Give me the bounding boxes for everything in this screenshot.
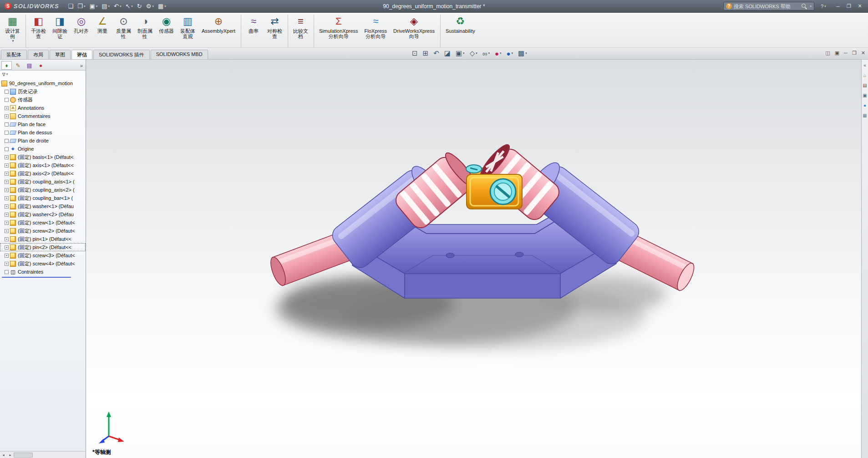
minimize-button[interactable]: ─ (832, 2, 843, 11)
doc-minimize-icon[interactable]: ─ (844, 50, 848, 56)
expander-icon[interactable]: + (5, 196, 9, 200)
resources-icon[interactable]: ⌂ (863, 73, 866, 78)
panel-tabs-overflow-chevron[interactable]: » (80, 63, 84, 68)
file-explorer-icon[interactable]: ▣ (863, 93, 867, 98)
commandmanager-tab[interactable]: 草图 (50, 50, 71, 59)
ribbon-button[interactable]: ◧ 干涉检 查 ▾ (28, 15, 49, 47)
tree-item[interactable]: + Commentaires (0, 112, 86, 120)
ribbon-button[interactable]: ▦ 设计算 例 ▾ (2, 15, 26, 47)
expander-icon[interactable]: + (5, 229, 9, 233)
dropdown-arrow-icon[interactable]: ▾ (476, 51, 477, 55)
expander-icon[interactable]: + (5, 155, 9, 159)
help-search-box[interactable]: ? ▾ (723, 2, 814, 10)
quick-access-button[interactable]: ↻ ▾ (135, 2, 144, 11)
dropdown-arrow-icon[interactable]: ▾ (512, 51, 513, 55)
dropdown-arrow-icon[interactable]: ▾ (488, 51, 490, 55)
tree-item[interactable]: + (固定) basis<1> (Défaut< (0, 153, 86, 161)
tree-item[interactable]: + (固定) screw<3> (Défaut< (0, 251, 86, 260)
expander-icon[interactable]: + (5, 188, 9, 192)
expander-icon[interactable] (5, 139, 9, 143)
ribbon-button[interactable]: ≡ 比较文 档 ▾ (290, 15, 314, 47)
quick-access-button[interactable]: ▦ ▾ (156, 2, 168, 11)
ribbon-button[interactable]: ◨ 间隙验 证 ▾ (49, 15, 71, 47)
expander-icon[interactable]: + (5, 180, 9, 184)
dropdown-arrow-icon[interactable]: ▾ (164, 5, 166, 8)
graphics-viewport[interactable]: *等轴测 (86, 60, 861, 458)
expander-icon[interactable] (5, 122, 9, 127)
filter-funnel-icon[interactable]: ∇ (2, 72, 5, 77)
tree-item[interactable]: Plan de face (0, 120, 86, 128)
ribbon-button[interactable]: ≈ FloXpress 分析向导 ▾ (361, 15, 391, 47)
quick-access-button[interactable]: ❏ ▾ (66, 2, 76, 11)
custom-properties-icon[interactable]: ▦ (863, 113, 867, 118)
expander-icon[interactable]: + (5, 213, 9, 217)
scrollbar-thumb[interactable] (14, 453, 33, 458)
panel-horizontal-scrollbar[interactable]: ◂ ▸ (0, 451, 86, 458)
heads-up-button[interactable]: ● ▾ (506, 50, 513, 57)
expander-icon[interactable]: + (5, 163, 9, 168)
ribbon-button[interactable]: ◑ 剖面属 性 ▾ (134, 15, 156, 47)
tree-item[interactable]: ◫ Contraintes (0, 268, 86, 276)
dropdown-arrow-icon[interactable]: ▾ (84, 5, 86, 8)
tree-item[interactable]: + (固定) pin<1> (Défaut<< (0, 235, 86, 243)
filter-dropdown-icon[interactable]: ▾ (6, 72, 8, 76)
quick-access-button[interactable]: ↖ ▾ (123, 2, 134, 11)
heads-up-button[interactable]: ◪ ▾ (444, 49, 451, 57)
tree-item[interactable]: + (固定) axis<1> (Défaut<< (0, 161, 86, 169)
ribbon-button[interactable]: ◎ 孔对齐 ▾ (71, 15, 92, 47)
quick-access-button[interactable]: ⚙ ▾ (144, 2, 156, 11)
dropdown-arrow-icon[interactable]: ▾ (120, 5, 122, 8)
dropdown-arrow-icon[interactable]: ▾ (96, 5, 98, 8)
ribbon-button[interactable]: ∠ 测量 ▾ (92, 15, 113, 47)
panel-tab[interactable]: ● (36, 61, 46, 70)
expander-icon[interactable] (5, 270, 9, 274)
tree-item[interactable]: + (固定) washer<2> (Défau (0, 210, 86, 219)
heads-up-button[interactable]: ↶ ▾ (433, 49, 439, 57)
expander-icon[interactable]: + (5, 245, 9, 249)
dropdown-arrow-icon[interactable]: ▾ (108, 5, 110, 8)
expander-icon[interactable]: + (5, 221, 9, 225)
rollback-bar[interactable] (2, 277, 71, 278)
tree-item[interactable]: + (固定) screw<2> (Défaut< (0, 227, 86, 235)
heads-up-button[interactable]: ⊡ ▾ (412, 49, 418, 57)
dropdown-arrow-icon[interactable]: ▾ (463, 51, 465, 55)
search-input[interactable] (734, 4, 800, 9)
dropdown-arrow-icon[interactable]: ▾ (152, 5, 154, 8)
expander-icon[interactable] (5, 131, 9, 135)
expander-icon[interactable]: + (5, 106, 9, 110)
heads-up-button[interactable]: ▣ ▾ (456, 49, 465, 57)
tree-item[interactable]: + (固定) pin<2> (Défaut<< (0, 243, 86, 251)
commandmanager-tab[interactable]: 装配体 (1, 50, 27, 59)
quick-access-button[interactable]: ↶ ▾ (112, 2, 123, 11)
ribbon-button[interactable]: ⊙ 质量属 性 ▾ (113, 15, 134, 47)
maximize-button[interactable]: ❐ (843, 2, 854, 11)
heads-up-button[interactable]: ⊞ ▾ (423, 49, 429, 57)
close-button[interactable]: ✕ (854, 2, 865, 11)
quick-access-button[interactable]: ▤ ▾ (100, 2, 112, 11)
search-dropdown-icon[interactable]: ▾ (810, 5, 812, 8)
scroll-left-arrow[interactable]: ◂ (0, 452, 7, 458)
dropdown-arrow-icon[interactable]: ▾ (12, 39, 14, 43)
doc-restore-icon[interactable]: ❐ (852, 50, 857, 56)
heads-up-button[interactable]: ▩ ▾ (518, 49, 527, 57)
ribbon-button[interactable]: ◉ 传感器 ▾ (156, 15, 177, 47)
heads-up-button[interactable]: ∞ ▾ (482, 50, 490, 57)
tree-item[interactable]: + (固定) washer<1> (Défau (0, 202, 86, 210)
viewport-split-icon[interactable]: ◫ (825, 50, 830, 56)
heads-up-button[interactable]: ◇ ▾ (470, 49, 477, 57)
tree-item[interactable]: Plan de dessus (0, 128, 86, 137)
expander-icon[interactable] (5, 147, 9, 151)
expander-icon[interactable]: + (5, 204, 9, 209)
panel-tab[interactable]: ✎ (13, 61, 23, 70)
tree-item[interactable]: + (固定) screw<4> (Défaut< (0, 260, 86, 268)
tree-item[interactable]: 传感器 (0, 96, 86, 104)
panel-tab[interactable]: ▤ (24, 61, 35, 70)
viewport-single-icon[interactable]: ▣ (835, 50, 839, 56)
tree-item[interactable]: 历史记录 (0, 87, 86, 96)
model-3d-view[interactable] (86, 60, 861, 458)
panel-tab[interactable]: ♦ (1, 61, 12, 70)
dropdown-arrow-icon[interactable]: ▾ (525, 51, 527, 55)
tree-item[interactable]: + (固定) axis<2> (Défaut<< (0, 169, 86, 178)
expander-icon[interactable]: + (5, 262, 9, 266)
tree-item[interactable]: + (固定) coupling_axis<1> ( (0, 178, 86, 186)
